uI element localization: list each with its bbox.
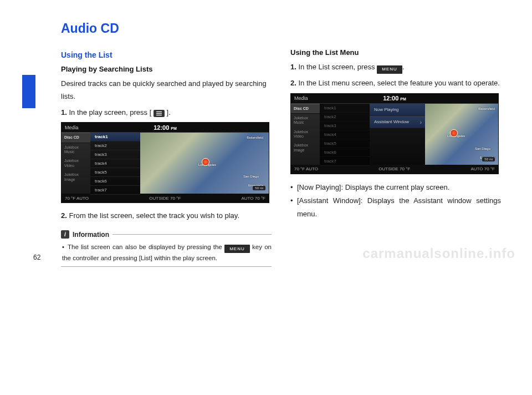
media-label: Media	[294, 95, 333, 101]
ss-tracklist-dimmed: track1 track2 track3 track4 track5 track…	[320, 104, 370, 165]
step-number: 2.	[290, 79, 296, 87]
ss-header: Media 12:00 PM	[291, 94, 498, 104]
ss-map: Bakersfield Los Angeles San Diego Ensena…	[425, 104, 498, 165]
bullet-assistant-window: [Assistant Window]: Displays the Assista…	[290, 194, 501, 221]
section-tab	[22, 75, 35, 108]
footer-mid: OUTSIDE 70 °F	[378, 166, 410, 171]
feature-bullets: [Now Playing]: Displays the current play…	[290, 181, 501, 221]
sidebar-item: Jukebox Video	[62, 156, 90, 170]
ss-footer: 70 °F AUTO OUTSIDE 70 °F AUTO 70 °F	[62, 194, 269, 202]
bullet-now-playing: [Now Playing]: Displays the current play…	[290, 181, 501, 194]
ss-sidebar: Disc CD Jukebox Music Jukebox Video Juke…	[291, 104, 320, 165]
using-list-menu-heading: Using the List Menu	[290, 48, 501, 57]
playing-by-searching-heading: Playing by Searching Lists	[61, 65, 272, 73]
track-row: track7	[90, 186, 140, 195]
step-text: In the List menu screen, select the feat…	[296, 79, 500, 87]
info-icon: i	[61, 230, 69, 239]
info-header: i Information	[61, 230, 272, 239]
page-number: 62	[33, 254, 40, 261]
city-label: San Diego	[475, 147, 490, 150]
footer-left: 70 °F AUTO	[65, 196, 89, 201]
footer-left: 70 °F AUTO	[294, 166, 318, 171]
list-menu-screenshot: Media 12:00 PM Disc CD Jukebox Music Juk…	[290, 93, 499, 174]
menu-item-now-playing: Now Playing	[370, 104, 425, 116]
track-row: track6	[90, 177, 140, 186]
left-step-1: 1. In the play screen, press [ ].	[61, 107, 272, 119]
map-scale: 50 mi	[253, 186, 265, 190]
page-title: Audio CD	[61, 21, 272, 36]
sidebar-item: Jukebox Music	[62, 143, 90, 157]
divider	[61, 266, 272, 267]
step-number: 2.	[61, 211, 67, 220]
footer-right: AUTO 70 °F	[241, 196, 265, 201]
step-text: From the list screen, select the track y…	[67, 211, 239, 220]
ss-tracklist: track1 track2 track3 track4 track5 track…	[90, 133, 140, 194]
info-body: •The list screen can also be displayed b…	[61, 242, 272, 264]
step-suffix: .	[402, 63, 405, 71]
footer-mid: OUTSIDE 70 °F	[149, 196, 181, 201]
city-label: San Diego	[243, 175, 259, 178]
sidebar-item: Jukebox Video	[291, 128, 320, 141]
ss-sidebar: Disc CD Jukebox Music Jukebox Video Juke…	[62, 133, 90, 194]
map-scale: 50 mi	[482, 157, 495, 161]
sidebar-item: Disc CD	[62, 133, 90, 143]
track-row: track5	[90, 168, 140, 177]
track-row: track5	[320, 139, 370, 148]
track-row: track4	[90, 159, 140, 168]
right-column: Using the List Menu 1. In the List scree…	[290, 21, 501, 267]
map-marker-icon	[450, 129, 458, 137]
city-label: Bakersfield	[247, 136, 263, 139]
left-step-2: 2. From the list screen, select the trac…	[61, 210, 272, 222]
list-icon	[154, 110, 165, 117]
left-column: Audio CD Using the List Playing by Searc…	[61, 21, 272, 267]
step-text: In the List screen, press	[296, 63, 377, 71]
media-label: Media	[65, 125, 104, 130]
clock: 12:00 PM	[383, 95, 406, 102]
track-row: track2	[320, 113, 370, 121]
footer-right: AUTO 70 °F	[470, 166, 495, 171]
track-row: track4	[320, 130, 370, 139]
menu-key-icon: MENU	[377, 65, 402, 74]
step-suffix: ].	[167, 108, 171, 117]
list-screen-screenshot: Media 12:00 PM Disc CD Jukebox Music Juk…	[61, 122, 269, 203]
track-row: track7	[320, 157, 370, 166]
track-row: track1	[320, 104, 370, 113]
info-title: Information	[73, 231, 109, 239]
track-row: track1	[90, 133, 140, 141]
menu-item-assistant-window: Assistant Window	[370, 116, 425, 128]
menu-key-icon: MENU	[224, 245, 250, 253]
step-text: In the play screen, press [	[67, 108, 151, 117]
step-number: 1.	[290, 63, 296, 71]
using-the-list-heading: Using the List	[61, 50, 272, 59]
track-row: track3	[90, 150, 140, 159]
clock: 12:00 PM	[154, 124, 177, 131]
info-text: The list screen can also be displayed by…	[68, 244, 224, 250]
ss-header: Media 12:00 PM	[62, 123, 269, 133]
track-row: track2	[90, 141, 140, 150]
step-number: 1.	[61, 108, 67, 117]
city-label: Bakersfield	[478, 107, 495, 110]
ss-footer: 70 °F AUTO OUTSIDE 70 °F AUTO 70 °F	[291, 165, 498, 174]
track-row: track3	[320, 121, 370, 130]
sidebar-item: Jukebox Image	[291, 141, 320, 155]
sidebar-item: Jukebox Image	[62, 170, 90, 184]
sidebar-item: Disc CD	[291, 104, 320, 114]
track-row: track6	[320, 148, 370, 157]
right-step-1: 1. In the List screen, press MENU.	[290, 61, 501, 74]
sidebar-item: Jukebox Music	[291, 114, 320, 128]
right-step-2: 2. In the List menu screen, select the f…	[290, 77, 501, 90]
divider	[112, 234, 272, 235]
intro-text: Desired tracks can be quickly searched a…	[61, 78, 272, 103]
ss-map: Bakersfield Los Angeles San Diego Ensena…	[140, 133, 269, 194]
ss-popup-menu: Now Playing Assistant Window	[370, 104, 425, 165]
